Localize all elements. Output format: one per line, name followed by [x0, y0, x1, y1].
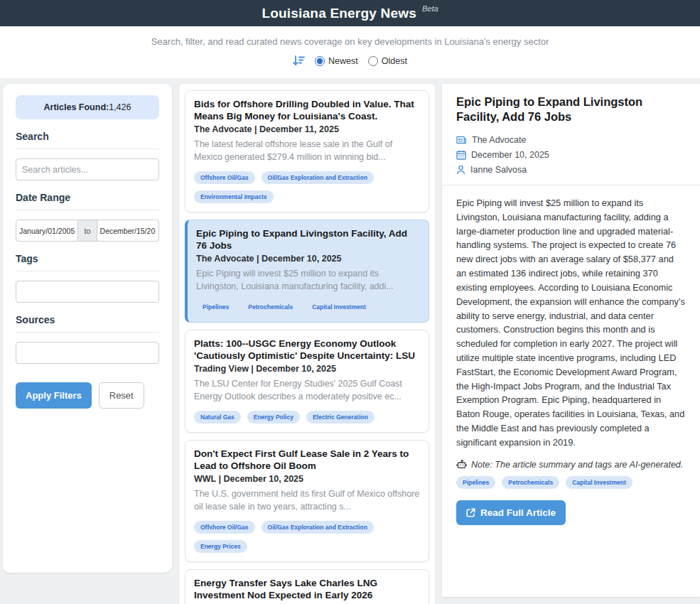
- article-title: Epic Piping to Expand Livingston Facilit…: [196, 227, 420, 252]
- tag-badge: Offshore Oil/Gas: [194, 171, 255, 184]
- article-meta: The Advocate | December 10, 2025: [196, 254, 420, 264]
- tag-badge: Petrochemicals: [242, 301, 299, 313]
- search-input[interactable]: [16, 158, 159, 180]
- article-card[interactable]: Epic Piping to Expand Livingston Facilit…: [185, 220, 429, 323]
- article-card[interactable]: Don't Expect First Gulf Lease Sale in 2 …: [185, 440, 429, 562]
- date-range-heading: Date Range: [16, 192, 159, 203]
- article-card[interactable]: Energy Transfer Says Lake Charles LNG In…: [185, 569, 429, 604]
- detail-date-row: December 10, 2025: [456, 150, 686, 160]
- sources-input[interactable]: [16, 342, 159, 364]
- read-full-article-label: Read Full Article: [480, 507, 556, 518]
- article-tags: Offshore Oil/GasOil/Gas Exploration and …: [194, 521, 420, 553]
- article-summary: The latest federal offshore lease sale i…: [194, 138, 420, 165]
- divider: [16, 210, 159, 210]
- tag-badge: Energy Policy: [247, 411, 300, 424]
- date-to-input[interactable]: [97, 220, 159, 242]
- articles-found-badge: Articles Found:1,426: [16, 95, 159, 119]
- divider: [16, 149, 159, 149]
- ai-note-text: Note: The article summary and tags are A…: [471, 460, 683, 470]
- detail-body: Epic Piping will invest $25 million to e…: [456, 196, 686, 450]
- article-meta: Trading View | December 10, 2025: [194, 364, 420, 374]
- filter-sidebar: Articles Found:1,426 Search Date Range t…: [3, 84, 172, 573]
- article-detail: Epic Piping to Expand Livingston Facilit…: [442, 84, 700, 597]
- tag-badge: Natural Gas: [194, 411, 241, 424]
- detail-date: December 10, 2025: [471, 150, 549, 160]
- reset-button[interactable]: Reset: [99, 382, 144, 409]
- tag-badge: Petrochemicals: [502, 476, 559, 489]
- ai-note-row: Note: The article summary and tags are A…: [456, 460, 686, 470]
- external-link-icon: [466, 508, 475, 517]
- article-tags: PipelinesPetrochemicalsCapital Investmen…: [196, 301, 420, 313]
- detail-tags: PipelinesPetrochemicalsCapital Investmen…: [456, 476, 686, 489]
- tag-badge: Energy Prices: [194, 540, 247, 553]
- article-title: Bids for Offshore Drilling Doubled in Va…: [194, 98, 420, 123]
- date-from-input[interactable]: [16, 220, 78, 242]
- robot-icon: [456, 460, 467, 469]
- article-title: Energy Transfer Says Lake Charles LNG In…: [194, 577, 420, 602]
- article-title: Don't Expect First Gulf Lease Sale in 2 …: [194, 448, 420, 473]
- tag-badge: Electric Generation: [306, 411, 375, 424]
- app-title: Louisiana Energy News: [262, 6, 416, 21]
- app-subtitle: Search, filter, and read curated news co…: [0, 36, 700, 47]
- divider: [16, 332, 159, 333]
- tags-heading: Tags: [16, 253, 159, 264]
- person-icon: [456, 165, 465, 175]
- sort-oldest-label: Oldest: [382, 56, 407, 66]
- detail-title: Epic Piping to Expand Livingston Facilit…: [456, 95, 686, 125]
- articles-found-count: 1,426: [109, 102, 131, 112]
- sort-newest-radio[interactable]: Newest: [315, 56, 358, 66]
- divider: [442, 185, 700, 185]
- tag-badge: Capital Investment: [306, 301, 372, 313]
- sort-controls: Newest Oldest: [0, 55, 700, 66]
- tag-badge: Oil/Gas Exploration and Extraction: [262, 171, 374, 184]
- detail-author: Ianne Salvosa: [470, 165, 527, 175]
- tag-badge: Offshore Oil/Gas: [194, 521, 255, 534]
- date-separator: to: [78, 220, 97, 242]
- sort-descending-icon: [293, 55, 305, 66]
- article-tags: Offshore Oil/GasOil/Gas Exploration and …: [194, 171, 420, 203]
- apply-filters-button[interactable]: Apply Filters: [16, 382, 92, 409]
- sort-oldest-input[interactable]: [368, 56, 378, 66]
- main-content: Articles Found:1,426 Search Date Range t…: [0, 78, 700, 604]
- article-card[interactable]: Platts: 100--USGC Energy Economy Outlook…: [185, 330, 429, 433]
- sort-oldest-radio[interactable]: Oldest: [368, 56, 407, 66]
- article-summary: Epic Piping will invest $25 million to e…: [196, 267, 420, 294]
- article-tags: Natural GasEnergy PolicyElectric Generat…: [194, 411, 420, 424]
- newspaper-icon: [456, 135, 467, 145]
- article-title: Platts: 100--USGC Energy Economy Outlook…: [194, 338, 420, 362]
- tag-badge: Pipelines: [456, 476, 495, 489]
- detail-meta: The Advocate December 10, 2025: [456, 135, 686, 175]
- filter-actions: Apply Filters Reset: [16, 382, 159, 409]
- app-header: Louisiana Energy News Beta: [0, 0, 700, 26]
- read-full-article-button[interactable]: Read Full Article: [456, 500, 566, 525]
- tag-badge: Oil/Gas Exploration and Extraction: [262, 521, 374, 534]
- sort-newest-label: Newest: [328, 56, 358, 66]
- article-card[interactable]: Bids for Offshore Drilling Doubled in Va…: [185, 90, 429, 212]
- article-summary: The LSU Center for Energy Studies' 2025 …: [194, 377, 420, 404]
- sub-header: Search, filter, and read curated news co…: [0, 26, 700, 78]
- detail-source-row: The Advocate: [456, 135, 686, 145]
- tags-input[interactable]: [16, 281, 159, 303]
- article-meta: The Advocate | December 11, 2025: [194, 124, 420, 134]
- tag-badge: Environmental Impacts: [194, 190, 274, 203]
- sources-heading: Sources: [16, 314, 159, 325]
- detail-source: The Advocate: [472, 135, 526, 145]
- date-range-group: to: [16, 220, 159, 242]
- beta-badge: Beta: [422, 4, 438, 13]
- article-summary: The U.S. government held its first Gulf …: [194, 487, 420, 514]
- detail-author-row: Ianne Salvosa: [456, 165, 686, 175]
- article-list: Bids for Offshore Drilling Doubled in Va…: [179, 84, 435, 604]
- calendar-icon: [456, 150, 466, 160]
- tag-badge: Capital Investment: [566, 476, 632, 489]
- articles-found-label: Articles Found:: [44, 102, 109, 112]
- search-heading: Search: [16, 131, 159, 142]
- sort-newest-input[interactable]: [315, 56, 325, 66]
- article-meta: WWL | December 10, 2025: [194, 474, 420, 484]
- tag-badge: Pipelines: [196, 301, 235, 313]
- divider: [16, 271, 159, 271]
